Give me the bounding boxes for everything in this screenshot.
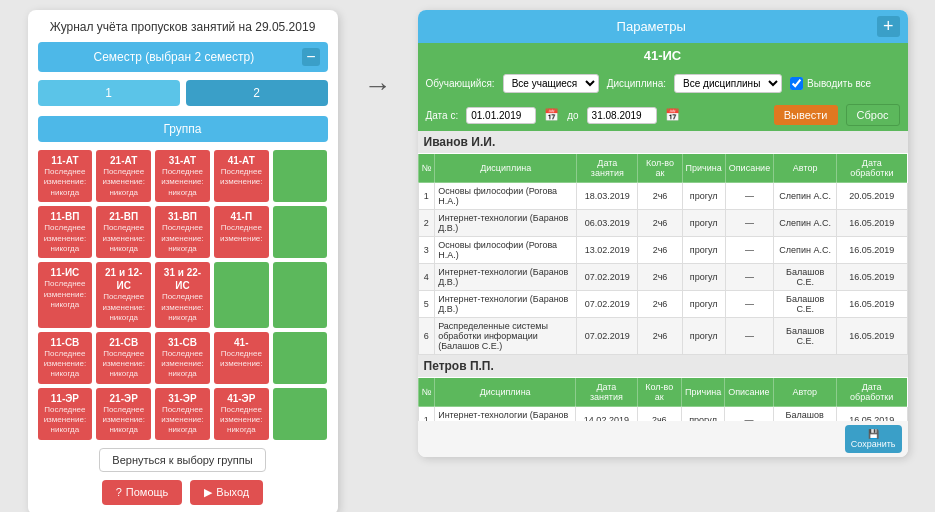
export-button[interactable]: Вывести (774, 105, 838, 125)
calendar-icon-from: 📅 (544, 108, 559, 122)
list-item[interactable]: 11-ИСПоследнее изменение: никогда (38, 262, 93, 327)
left-panel: Журнал учёта пропусков занятий на 29.05.… (28, 10, 338, 512)
col-header-discipline: Дисциплина (435, 378, 576, 407)
list-item[interactable]: 31-ВППоследнее изменение: никогда (155, 206, 210, 258)
table-row: 3 Основы философии (Рогова Н.А.) 13.02.2… (418, 237, 907, 264)
list-item[interactable]: 41-ППоследнее изменение: (214, 206, 269, 258)
show-all-checkbox[interactable] (790, 77, 803, 90)
list-item[interactable]: 21-ВППоследнее изменение: никогда (96, 206, 151, 258)
student-name-petrov: Петров П.П. (418, 355, 908, 377)
date-from-input[interactable] (466, 107, 536, 124)
list-item[interactable]: 11-АТПоследнее изменение: никогда (38, 150, 93, 202)
list-item[interactable]: 31-ЭРПоследнее изменение: никогда (155, 388, 210, 440)
col-header-hours: Кол-во ак (638, 154, 682, 183)
semester-bar: Семестр (выбран 2 семестр) − (38, 42, 328, 72)
col-header-hours: Кол-во ак (637, 378, 681, 407)
semester-label: Семестр (выбран 2 семестр) (46, 50, 303, 64)
col-header-author: Автор (773, 378, 836, 407)
table-row: 1 Интернет-технологии (Баранов Д.В.) 14.… (418, 407, 907, 422)
list-item[interactable]: 21-ЭРПоследнее изменение: никогда (96, 388, 151, 440)
col-header-discipline: Дисциплина (435, 154, 577, 183)
col-header-processed: Дата обработки (836, 378, 907, 407)
list-item[interactable]: 41-ЭРПоследнее изменение: никогда (214, 388, 269, 440)
group-grid: 11-АТПоследнее изменение: никогда 21-АТП… (38, 150, 328, 440)
help-icon: ? (116, 486, 122, 498)
help-button[interactable]: ? Помощь (102, 480, 183, 505)
date-from-label: Дата с: (426, 110, 459, 121)
list-item[interactable] (273, 262, 328, 327)
list-item[interactable]: 41-АТПоследнее изменение: (214, 150, 269, 202)
semester-tab-2[interactable]: 2 (186, 80, 328, 106)
student-name-ivanov: Иванов И.И. (418, 131, 908, 153)
subject-filter-select[interactable]: Все дисциплины (674, 74, 782, 93)
col-header-reason: Причина (682, 154, 725, 183)
list-item[interactable] (273, 388, 328, 440)
table-row: 5 Интернет-технологии (Баранов Д.В.) 07.… (418, 291, 907, 318)
student-filter-label: Обучающийся: (426, 78, 495, 89)
params-plus-button[interactable]: + (877, 16, 900, 37)
col-header-author: Автор (774, 154, 837, 183)
save-icon: 💾 (868, 429, 879, 439)
arrow-icon: → (364, 70, 392, 102)
back-btn-row: Вернуться к выбору группы (38, 448, 328, 472)
date-to-label: до (567, 110, 578, 121)
list-item[interactable] (214, 262, 269, 327)
right-panel: Параметры + 41-ИС Обучающийся: Все учащи… (418, 10, 908, 457)
col-header-reason: Причина (681, 378, 724, 407)
petrov-table: № Дисциплина Дата занятия Кол-во ак Прич… (418, 377, 908, 421)
col-header-desc: Описание (725, 378, 773, 407)
save-button[interactable]: 💾 Сохранить (845, 425, 902, 453)
back-button[interactable]: Вернуться к выбору группы (99, 448, 265, 472)
col-header-date: Дата занятия (577, 154, 638, 183)
semester-minus-button[interactable]: − (302, 48, 319, 66)
table-row: 2 Интернет-технологии (Баранов Д.В.) 06.… (418, 210, 907, 237)
col-header-date: Дата занятия (576, 378, 637, 407)
subject-filter-label: Дисциплина: (607, 78, 666, 89)
show-all-checkbox-row: Выводить все (790, 77, 871, 90)
col-header-n: № (418, 378, 435, 407)
col-header-processed: Дата обработки (837, 154, 907, 183)
calendar-icon-to: 📅 (665, 108, 680, 122)
list-item[interactable]: 31 и 22-ИСПоследнее изменение: никогда (155, 262, 210, 327)
col-header-desc: Описание (725, 154, 773, 183)
filter-row: Обучающийся: Все учащиеся Дисциплина: Вс… (418, 68, 908, 99)
bottom-buttons: ? Помощь ▶ Выход (38, 480, 328, 505)
list-item[interactable] (273, 332, 328, 384)
exit-icon: ▶ (204, 486, 212, 499)
col-header-n: № (418, 154, 435, 183)
list-item[interactable]: 21-АТПоследнее изменение: никогда (96, 150, 151, 202)
reset-button[interactable]: Сброс (846, 104, 900, 126)
save-row: 💾 Сохранить (418, 421, 908, 457)
list-item[interactable]: 31-АТПоследнее изменение: никогда (155, 150, 210, 202)
group-bar: Группа (38, 116, 328, 142)
list-item[interactable]: 31-СВПоследнее изменение: никогда (155, 332, 210, 384)
table-row: 6 Распределенные системы обработки инфор… (418, 318, 907, 355)
left-title: Журнал учёта пропусков занятий на 29.05.… (38, 20, 328, 34)
panels-row: Журнал учёта пропусков занятий на 29.05.… (10, 10, 925, 512)
date-row: Дата с: 📅 до 📅 Вывести Сброс (418, 99, 908, 131)
table-row: 4 Интернет-технологии (Баранов Д.В.) 07.… (418, 264, 907, 291)
list-item[interactable]: 41-Последнее изменение: (214, 332, 269, 384)
exit-button[interactable]: ▶ Выход (190, 480, 263, 505)
list-item[interactable]: 21-СВПоследнее изменение: никогда (96, 332, 151, 384)
list-item[interactable]: 11-ЭРПоследнее изменение: никогда (38, 388, 93, 440)
student-filter-select[interactable]: Все учащиеся (503, 74, 599, 93)
params-label: Параметры (426, 19, 877, 34)
list-item[interactable] (273, 150, 328, 202)
semester-tab-1[interactable]: 1 (38, 80, 180, 106)
list-item[interactable]: 21 и 12-ИСПоследнее изменение: никогда (96, 262, 151, 327)
list-item[interactable]: 11-ВППоследнее изменение: никогда (38, 206, 93, 258)
table-container: Иванов И.И. № Дисциплина Дата занятия Ко… (418, 131, 908, 421)
main-container: Журнал учёта пропусков занятий на 29.05.… (0, 0, 935, 512)
ivanov-table: № Дисциплина Дата занятия Кол-во ак Прич… (418, 153, 908, 355)
group-name-bar: 41-ИС (418, 43, 908, 68)
semester-tabs: 1 2 (38, 80, 328, 106)
show-all-label: Выводить все (807, 78, 871, 89)
list-item[interactable]: 11-СВПоследнее изменение: никогда (38, 332, 93, 384)
table-row: 1 Основы философии (Рогова Н.А.) 18.03.2… (418, 183, 907, 210)
arrow-area: → (358, 70, 398, 102)
params-bar: Параметры + (418, 10, 908, 43)
date-to-input[interactable] (587, 107, 657, 124)
list-item[interactable] (273, 206, 328, 258)
